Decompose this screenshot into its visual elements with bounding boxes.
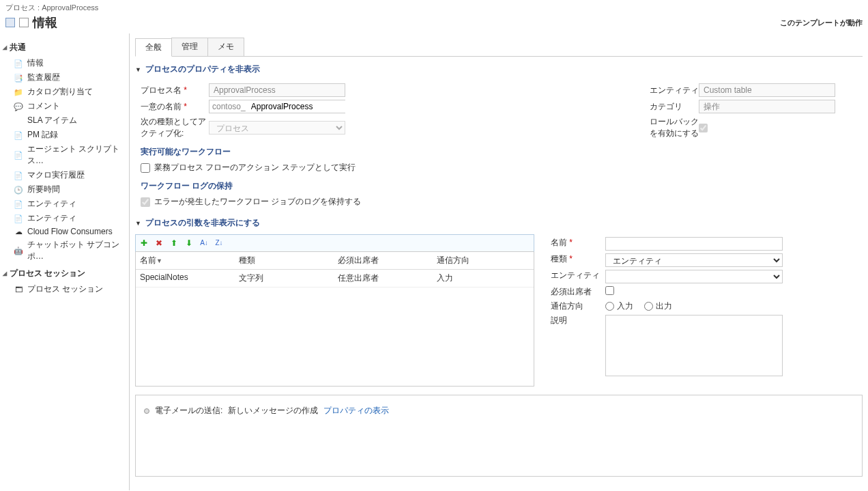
sidebar-item-common-1[interactable]: 📑監査履歴	[3, 70, 126, 85]
sidebar-item-label: カタログ割り当て	[27, 86, 93, 98]
steps-panel: 電子メールの送信: 新しいメッセージの作成 プロパティの表示	[135, 395, 863, 477]
activate-as-select[interactable]: プロセス	[209, 121, 345, 135]
sidebar-item-label: Cloud Flow Consumers	[27, 227, 113, 236]
info-icon	[19, 18, 29, 27]
step-action-text: 新しいメッセージの作成	[228, 405, 318, 417]
sidebar-item-icon: 📁	[14, 87, 23, 97]
sidebar-item-icon: 🕒	[14, 185, 23, 195]
sidebar-item-common-7[interactable]: 📄マクロ実行履歴	[3, 168, 126, 182]
sidebar-item-label: プロセス セッション	[27, 283, 103, 295]
col-name[interactable]: 名前▼	[140, 255, 239, 266]
exec-as-bpf-step-label: 業務プロセス フローのアクション ステップとして実行	[154, 162, 356, 173]
arg-type-label: 種類 *	[551, 253, 605, 265]
sidebar-item-common-8[interactable]: 🕒所要時間	[3, 182, 126, 197]
step-bullet-icon	[144, 408, 149, 414]
col-type[interactable]: 種類	[239, 255, 338, 266]
arg-desc-label: 説明	[551, 315, 605, 326]
exec-as-bpf-step-checkbox[interactable]	[141, 163, 150, 173]
template-status: このテンプレートが動作	[780, 18, 863, 28]
sidebar-group-common[interactable]: 共通	[3, 42, 126, 53]
arg-direction-label: 通信方向	[551, 300, 605, 312]
arg-entity-label: エンティティ	[551, 270, 605, 281]
sidebar-item-label: チャットボット サブコンポ…	[27, 239, 126, 262]
sidebar-item-common-9[interactable]: 📄エンティティ	[3, 197, 126, 211]
sidebar-item-icon: 📄	[14, 150, 23, 160]
sidebar-item-common-10[interactable]: 📄エンティティ	[3, 211, 126, 225]
move-down-button[interactable]: ⬇	[184, 238, 194, 249]
tabs: 全般管理メモ	[135, 38, 863, 57]
sidebar-item-icon: 📄	[14, 59, 23, 68]
sort-desc-button[interactable]: Z↓	[214, 238, 225, 249]
sidebar-item-label: 情報	[27, 57, 44, 69]
args-grid: 名前▼ 種類 必須出席者 通信方向 SpecialNotes文字列任意出席者入力	[135, 252, 534, 387]
entity-label: エンティティ	[650, 85, 699, 96]
sidebar-item-common-12[interactable]: 🤖チャットボット サブコンポ…	[3, 238, 126, 264]
sidebar-item-icon	[14, 116, 23, 126]
direction-output-radio[interactable]	[644, 302, 653, 311]
step-properties-link[interactable]: プロパティの表示	[323, 405, 389, 417]
direction-input-radio[interactable]	[605, 302, 614, 311]
sidebar-group-process-session[interactable]: プロセス セッション	[3, 268, 126, 279]
arg-name-input[interactable]	[605, 237, 783, 251]
sidebar-item-label: エンティティ	[27, 198, 76, 210]
args-row-0[interactable]: SpecialNotes文字列任意出席者入力	[136, 270, 534, 287]
arg-entity-select[interactable]	[605, 270, 783, 283]
args-cell: 入力	[437, 272, 530, 284]
section-process-properties[interactable]: プロセスのプロパティを非表示	[135, 64, 863, 75]
args-cell: SpecialNotes	[140, 272, 239, 284]
sidebar-item-common-6[interactable]: 📄エージェント スクリプト ス…	[3, 142, 126, 168]
delete-arg-button[interactable]: ✖	[154, 238, 164, 249]
breadcrumb: プロセス : ApprovalProcess	[5, 3, 863, 13]
sidebar-item-common-11[interactable]: ☁Cloud Flow Consumers	[3, 225, 126, 238]
sidebar-item-icon: ☁	[14, 227, 23, 236]
add-arg-button[interactable]: ✚	[139, 238, 149, 249]
tab-1[interactable]: 管理	[171, 38, 208, 56]
arg-name-label: 名前 *	[551, 237, 605, 249]
arg-required-label: 必須出席者	[551, 286, 605, 298]
arg-type-select[interactable]: エンティティ	[605, 253, 783, 267]
arg-required-checkbox[interactable]	[605, 286, 614, 295]
arg-desc-textarea[interactable]	[605, 315, 783, 376]
sidebar-item-label: 所要時間	[27, 184, 60, 195]
executable-workflow-header: 実行可能なワークフロー	[141, 146, 545, 158]
move-up-button[interactable]: ⬆	[169, 238, 179, 249]
main-panel: 全般管理メモ プロセスのプロパティを非表示 プロセス名 * 一意の名前 * co…	[130, 38, 868, 490]
unique-name-label: 一意の名前 *	[141, 101, 209, 113]
sidebar-item-icon: 🤖	[14, 246, 23, 255]
sidebar-item-label: コメント	[27, 100, 60, 112]
sidebar-item-label: マクロ実行履歴	[27, 169, 85, 181]
retain-error-log-label: エラーが発生したワークフロー ジョブのログを保持する	[154, 196, 361, 208]
sidebar-item-icon: 📄	[14, 199, 23, 209]
tab-2[interactable]: メモ	[207, 38, 244, 56]
sidebar-item-common-3[interactable]: 💬コメント	[3, 99, 126, 113]
unique-name-prefix: contoso_	[209, 100, 248, 113]
sidebar-item-icon: 🗔	[14, 285, 23, 294]
process-icon	[5, 18, 15, 27]
sort-asc-button[interactable]: A↓	[199, 238, 209, 249]
col-required[interactable]: 必須出席者	[338, 255, 437, 266]
sidebar-item-common-0[interactable]: 📄情報	[3, 56, 126, 70]
step-action-label: 電子メールの送信:	[155, 405, 222, 417]
sidebar-item-common-5[interactable]: 📄PM 記録	[3, 128, 126, 142]
tab-0[interactable]: 全般	[135, 38, 172, 57]
args-cell: 文字列	[239, 272, 338, 284]
sidebar-item-common-2[interactable]: 📁カタログ割り当て	[3, 85, 126, 99]
sidebar-item-label: PM 記録	[27, 129, 58, 141]
retain-error-log-checkbox[interactable]	[141, 197, 150, 207]
sidebar-item-common-4[interactable]: SLA アイテム	[3, 113, 126, 128]
col-direction[interactable]: 通信方向	[437, 255, 530, 266]
rollback-checkbox[interactable]	[699, 124, 708, 132]
sidebar-item-session-0[interactable]: 🗔プロセス セッション	[3, 282, 126, 296]
unique-name-input[interactable]	[248, 100, 356, 113]
sidebar-item-icon: 📄	[14, 171, 23, 180]
category-label: カテゴリ	[650, 101, 699, 113]
section-process-args[interactable]: プロセスの引数を非表示にする	[135, 217, 863, 229]
sidebar-item-label: エージェント スクリプト ス…	[27, 143, 126, 167]
args-cell: 任意出席者	[338, 272, 437, 284]
sidebar: 共通 📄情報📑監査履歴📁カタログ割り当て💬コメントSLA アイテム📄PM 記録📄…	[0, 33, 130, 490]
sidebar-item-icon: 📄	[14, 214, 23, 223]
process-name-label: プロセス名 *	[141, 85, 209, 96]
step-send-email[interactable]: 電子メールの送信: 新しいメッセージの作成 プロパティの表示	[141, 401, 856, 421]
process-name-input[interactable]	[209, 83, 345, 97]
entity-input	[699, 83, 835, 97]
